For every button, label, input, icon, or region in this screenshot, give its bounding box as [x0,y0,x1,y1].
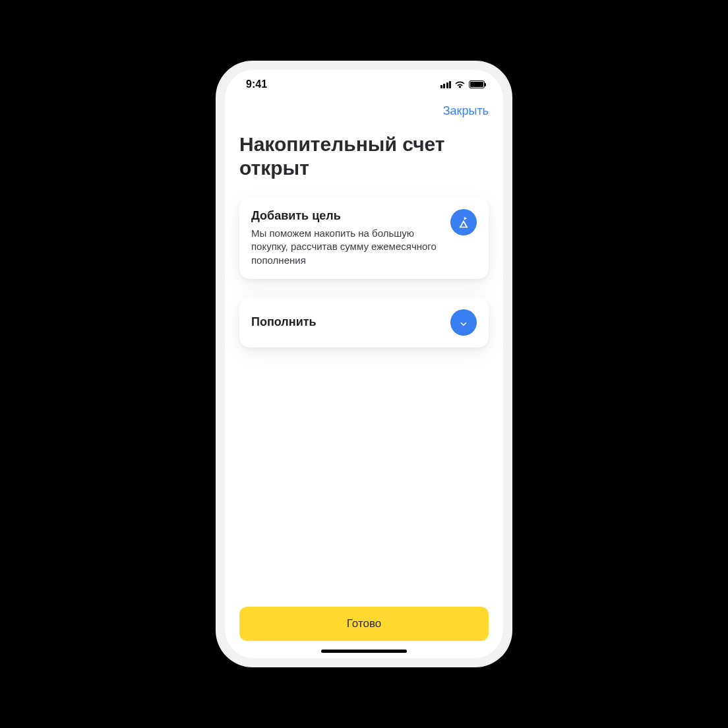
done-button[interactable]: Готово [239,607,489,641]
wifi-icon [454,80,466,88]
mountain-flag-icon [450,209,477,235]
page-title: Накопительный счет открыт [239,133,489,180]
cellular-icon [440,81,452,88]
status-bar: 9:41 [225,70,503,99]
battery-icon [469,80,485,88]
content: Накопительный счет открыт Добавить цель … [225,121,503,607]
status-indicators [440,80,485,88]
nav-bar: Закрыть [225,99,503,121]
arrow-down-icon [450,309,477,336]
screen: 9:41 Закрыть Накопительный счет открыт Д… [225,70,503,658]
topup-body: Пополнить [251,315,441,329]
add-goal-title: Добавить цель [251,209,441,223]
add-goal-desc: Мы поможем накопить на большую покупку, … [251,227,441,267]
status-time: 9:41 [246,78,267,90]
phone-frame: 9:41 Закрыть Накопительный счет открыт Д… [216,61,512,667]
close-button[interactable]: Закрыть [443,104,489,118]
home-indicator[interactable] [321,650,407,653]
topup-title: Пополнить [251,315,441,329]
topup-card[interactable]: Пополнить [239,297,489,348]
add-goal-card[interactable]: Добавить цель Мы поможем накопить на бол… [239,197,489,279]
add-goal-body: Добавить цель Мы поможем накопить на бол… [251,209,441,267]
